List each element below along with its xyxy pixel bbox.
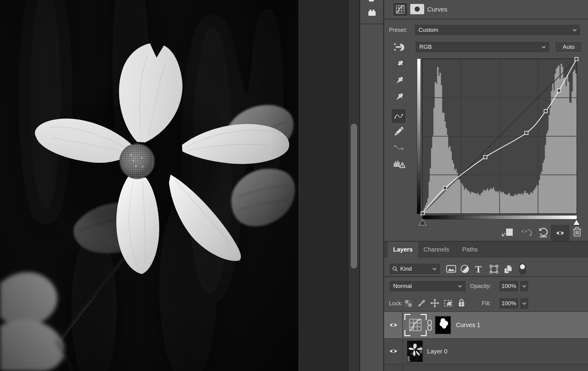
tab-layers[interactable]: Layers bbox=[388, 242, 418, 258]
layers-tab-bar: Layers Channels Paths bbox=[384, 242, 588, 258]
header-divider bbox=[384, 19, 588, 19]
search-icon bbox=[392, 266, 398, 272]
delete-icon[interactable] bbox=[573, 227, 581, 237]
gray-point-eyedropper-icon[interactable] bbox=[393, 76, 404, 87]
layer-visibility-eye-icon[interactable] bbox=[389, 322, 397, 328]
dogwood-photo-image bbox=[0, 0, 298, 371]
curve-point-handle[interactable] bbox=[525, 131, 528, 135]
layer-mask-icon-button[interactable] bbox=[410, 4, 424, 14]
lock-label: Lock: bbox=[389, 298, 403, 309]
filter-kind-select[interactable]: Kind bbox=[389, 263, 441, 275]
chevron-down-icon bbox=[432, 268, 437, 270]
filter-type-layers-icon[interactable]: T bbox=[475, 264, 482, 275]
curve-point-tool-button[interactable] bbox=[391, 109, 406, 124]
layer-name[interactable]: Layer 0 bbox=[427, 339, 448, 364]
curve-point-tool-icon bbox=[394, 112, 403, 120]
opacity-value: 100% bbox=[502, 283, 516, 289]
dock-divider bbox=[360, 24, 383, 24]
layer-row-layer-0[interactable]: Layer 0 bbox=[384, 339, 588, 364]
histogram-warning-icon[interactable] bbox=[393, 159, 405, 169]
thumbnail-image bbox=[407, 341, 422, 362]
mask-blob bbox=[435, 316, 451, 334]
opacity-input[interactable]: 100% bbox=[499, 280, 519, 292]
fill-dropdown-button[interactable] bbox=[520, 298, 529, 309]
vertical-scrollbar-track[interactable] bbox=[349, 0, 360, 371]
curve-point-handle[interactable] bbox=[544, 109, 547, 113]
auto-button-label: Auto bbox=[563, 44, 574, 50]
lock-position-icon[interactable] bbox=[430, 299, 439, 308]
visibility-toggle-button[interactable] bbox=[551, 225, 569, 241]
preset-select[interactable]: Custom bbox=[414, 24, 581, 36]
lock-artboard-icon[interactable] bbox=[444, 299, 453, 307]
opacity-dropdown-button[interactable] bbox=[520, 280, 529, 292]
canvas-photo[interactable] bbox=[0, 0, 298, 371]
panel-divider bbox=[384, 276, 588, 277]
filter-toggle-knob bbox=[520, 264, 525, 269]
panel-title: Curves bbox=[427, 0, 448, 19]
targeted-adjustment-tool-icon[interactable] bbox=[392, 41, 406, 53]
curve-plot[interactable] bbox=[423, 59, 576, 213]
properties-panel: Curves Preset: Custom RGB Auto bbox=[384, 0, 588, 371]
eye-column-divider bbox=[402, 312, 403, 338]
filter-toggle-switch[interactable] bbox=[519, 263, 526, 275]
curves-adjustment-icon-button[interactable] bbox=[393, 2, 408, 16]
eye-icon bbox=[556, 230, 564, 236]
layer-row-curves-1[interactable]: Curves 1 bbox=[384, 312, 588, 338]
black-point-eyedropper-icon[interactable] bbox=[393, 59, 404, 70]
reset-icon[interactable] bbox=[538, 227, 549, 238]
curve-point-handle[interactable] bbox=[484, 155, 487, 159]
curve-point-handle[interactable] bbox=[575, 58, 578, 61]
mask-link-icon[interactable] bbox=[427, 319, 432, 331]
fill-input[interactable]: 100% bbox=[499, 298, 519, 309]
eye-column-divider bbox=[402, 339, 403, 364]
layer-visibility-eye-icon[interactable] bbox=[389, 348, 397, 354]
channel-select[interactable]: RGB bbox=[415, 41, 550, 53]
smooth-curve-icon[interactable] bbox=[393, 143, 404, 152]
filter-kind-value: Kind bbox=[398, 266, 432, 272]
chevron-down-icon bbox=[542, 46, 546, 48]
fill-value: 100% bbox=[502, 300, 516, 307]
layer-name[interactable]: Curves 1 bbox=[456, 312, 480, 338]
filter-smart-objects-icon[interactable] bbox=[504, 264, 513, 274]
black-point-slider[interactable] bbox=[419, 219, 427, 226]
lock-pixels-icon[interactable] bbox=[417, 299, 426, 307]
lock-transparency-icon[interactable] bbox=[404, 299, 412, 307]
preset-label: Preset: bbox=[389, 24, 407, 36]
filter-adjustment-layers-icon[interactable] bbox=[460, 264, 469, 273]
libraries-icon[interactable] bbox=[368, 9, 376, 16]
image-layer-thumbnail[interactable] bbox=[407, 340, 423, 362]
opacity-label: Opacity: bbox=[470, 280, 491, 292]
filter-shape-layers-icon[interactable] bbox=[489, 264, 499, 274]
output-gradient-bar bbox=[417, 58, 421, 214]
fill-label: Fill: bbox=[482, 298, 491, 309]
pencil-tool-icon[interactable] bbox=[393, 126, 404, 137]
curve-point-handle[interactable] bbox=[421, 212, 424, 215]
lock-all-icon[interactable] bbox=[458, 298, 465, 307]
blend-mode-value: Normal bbox=[389, 283, 458, 289]
chevron-down-icon bbox=[522, 302, 526, 305]
filter-pixel-layers-icon[interactable] bbox=[446, 265, 456, 273]
eye-column-divider bbox=[402, 364, 403, 371]
adjustment-layer-thumbnail[interactable] bbox=[409, 318, 422, 332]
chevron-down-icon bbox=[573, 29, 577, 32]
tab-paths[interactable]: Paths bbox=[456, 242, 484, 258]
canvas-pasteboard bbox=[298, 0, 349, 371]
tab-channels[interactable]: Channels bbox=[420, 242, 453, 258]
curve-point-handle[interactable] bbox=[557, 89, 561, 92]
chevron-down-icon bbox=[458, 285, 462, 288]
white-point-slider[interactable] bbox=[573, 219, 580, 226]
curve-point-handle[interactable] bbox=[443, 186, 447, 190]
view-previous-state-icon[interactable] bbox=[521, 228, 533, 237]
auto-button[interactable]: Auto bbox=[555, 41, 583, 53]
vertical-scrollbar-thumb[interactable] bbox=[351, 124, 357, 269]
blend-mode-select[interactable]: Normal bbox=[389, 280, 466, 292]
layer-mask-thumbnail[interactable] bbox=[435, 316, 451, 334]
input-gradient-bar bbox=[422, 215, 577, 219]
curve-grid[interactable] bbox=[422, 58, 577, 214]
clip-to-layer-icon[interactable] bbox=[501, 228, 513, 238]
layers-list-empty-area bbox=[384, 364, 588, 371]
panel-dock bbox=[360, 0, 384, 371]
chevron-down-icon bbox=[522, 285, 526, 288]
white-point-eyedropper-icon[interactable] bbox=[393, 92, 404, 103]
clipped-panel-icon[interactable] bbox=[369, 0, 374, 2]
